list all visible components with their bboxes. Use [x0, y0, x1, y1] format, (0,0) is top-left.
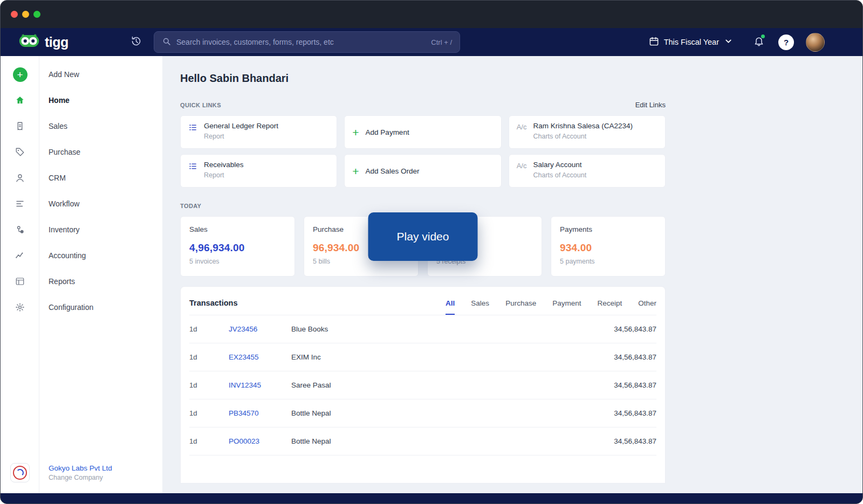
app-window: tigg Ctrl + /	[0, 0, 863, 504]
zoom-button[interactable]	[33, 11, 40, 18]
owl-logo-icon	[18, 33, 40, 51]
logo-text: tigg	[45, 34, 69, 50]
minimize-button[interactable]	[22, 11, 29, 18]
row-age: 1d	[189, 409, 229, 417]
report-icon	[188, 123, 197, 142]
user-avatar[interactable]	[806, 33, 825, 52]
transactions-title: Transactions	[189, 299, 237, 315]
app-logo[interactable]: tigg	[18, 33, 131, 51]
today-heading: TODAY	[180, 203, 201, 209]
row-age: 1d	[189, 325, 229, 333]
quick-link-general-ledger-report[interactable]: General Ledger Report Report	[180, 115, 337, 149]
trend-line-icon	[1, 251, 39, 260]
quick-link-receivables-report[interactable]: Receivables Report	[180, 154, 337, 188]
close-button[interactable]	[11, 11, 18, 18]
transactions-tabs: All Sales Purchase Payment Receipt Other	[446, 299, 656, 315]
plus-circle-icon: +	[1, 67, 39, 82]
plus-icon: +	[352, 165, 359, 177]
top-navbar: tigg Ctrl + /	[1, 28, 862, 56]
row-id-link[interactable]: INV12345	[229, 381, 291, 389]
quick-links-heading: QUICK LINKS	[180, 102, 221, 108]
quick-link-add-payment[interactable]: + Add Payment	[344, 115, 501, 149]
report-icon	[188, 162, 197, 181]
row-id-link[interactable]: EX23455	[229, 353, 291, 361]
list-lines-icon	[1, 199, 39, 209]
company-name-link[interactable]: Gokyo Labs Pvt Ltd	[49, 464, 112, 472]
tab-sales[interactable]: Sales	[471, 299, 489, 315]
notifications-button[interactable]	[754, 36, 764, 49]
row-name: Bottle Nepal	[291, 437, 614, 445]
sidebar-item-accounting[interactable]: Accounting	[1, 243, 162, 268]
row-id-link[interactable]: JV23456	[229, 325, 291, 333]
row-amount: 34,56,843.87	[614, 325, 656, 333]
history-button[interactable]	[131, 36, 142, 49]
table-row[interactable]: 1d EX23455 EXIM Inc 34,56,843.87	[189, 343, 656, 371]
table-row[interactable]: 1d INV12345 Saree Pasal 34,56,843.87	[189, 371, 656, 399]
row-age: 1d	[189, 353, 229, 361]
sidebar-item-purchase[interactable]: Purchase	[1, 139, 162, 165]
change-company-button[interactable]: Change Company	[49, 474, 112, 481]
sidebar-item-home[interactable]: Home	[1, 87, 162, 113]
quick-link-account-salary[interactable]: A/c Salary Account Charts of Account	[509, 154, 666, 188]
nodes-icon	[1, 225, 39, 234]
tab-payment[interactable]: Payment	[552, 299, 581, 315]
row-age: 1d	[189, 437, 229, 445]
sidebar-item-configuration[interactable]: Configuration	[1, 294, 162, 320]
sidebar-item-workflow[interactable]: Workflow	[1, 191, 162, 217]
row-name: EXIM Inc	[291, 353, 614, 361]
global-search: Ctrl + /	[154, 31, 460, 53]
sidebar: + Add New Home Sales	[1, 56, 162, 493]
sales-amount: 4,96,934.00	[189, 242, 286, 254]
bell-icon	[754, 39, 764, 48]
tab-purchase[interactable]: Purchase	[505, 299, 536, 315]
gear-icon	[1, 302, 39, 312]
sidebar-item-sales[interactable]: Sales	[1, 113, 162, 139]
edit-links-button[interactable]: Edit Links	[635, 101, 666, 109]
table-grid-icon	[1, 277, 39, 286]
fiscal-year-label: This Fiscal Year	[664, 38, 719, 46]
person-icon	[1, 173, 39, 183]
calendar-icon	[649, 36, 659, 48]
home-icon	[1, 95, 39, 105]
row-id-link[interactable]: PB34570	[229, 409, 291, 417]
play-video-button[interactable]: Play video	[368, 212, 478, 261]
plus-icon: +	[352, 127, 359, 138]
main-content: Hello Sabin Bhandari QUICK LINKS Edit Li…	[162, 56, 862, 493]
table-row[interactable]: 1d JV23456 Blue Books 34,56,843.87	[189, 315, 656, 343]
tab-other[interactable]: Other	[638, 299, 656, 315]
chevron-down-icon	[724, 37, 733, 47]
table-row[interactable]: 1d PB34570 Bottle Nepal 34,56,843.87	[189, 399, 656, 427]
quick-link-account-ram-krishna[interactable]: A/c Ram Krishna Salesa (CA2234) Charts o…	[509, 115, 666, 149]
search-icon	[162, 37, 171, 48]
help-button[interactable]: ?	[778, 34, 794, 50]
quick-link-add-sales-order[interactable]: + Add Sales Order	[344, 154, 501, 188]
page-title: Hello Sabin Bhandari	[180, 72, 666, 85]
sidebar-item-crm[interactable]: CRM	[1, 165, 162, 191]
tab-all[interactable]: All	[446, 299, 455, 315]
notification-dot	[761, 34, 765, 38]
search-shortcut: Ctrl + /	[431, 38, 452, 46]
search-input[interactable]	[176, 38, 426, 46]
row-name: Bottle Nepal	[291, 409, 614, 417]
window-chrome	[1, 1, 862, 28]
row-amount: 34,56,843.87	[614, 353, 656, 361]
company-logo	[10, 463, 30, 482]
sidebar-item-inventory[interactable]: Inventory	[1, 217, 162, 243]
stat-card-payments: Payments 934.00 5 payments	[551, 216, 666, 277]
table-row[interactable]: 1d PO00023 Bottle Nepal 34,56,843.87	[189, 427, 656, 455]
fiscal-year-selector[interactable]: This Fiscal Year	[649, 36, 733, 48]
question-mark-icon: ?	[784, 38, 789, 47]
history-clock-icon	[131, 36, 142, 49]
row-name: Saree Pasal	[291, 381, 614, 389]
sidebar-item-reports[interactable]: Reports	[1, 268, 162, 294]
payments-amount: 934.00	[560, 242, 656, 254]
stat-card-sales: Sales 4,96,934.00 5 invoices	[180, 216, 295, 277]
add-new-button[interactable]: + Add New	[1, 61, 162, 87]
tab-receipt[interactable]: Receipt	[597, 299, 622, 315]
row-id-link[interactable]: PO00023	[229, 437, 291, 445]
app-body: + Add New Home Sales	[1, 56, 862, 493]
add-new-label: Add New	[49, 70, 79, 79]
account-prefix: A/c	[517, 162, 527, 181]
navbar-right: This Fiscal Year ?	[649, 33, 825, 52]
price-tag-icon	[1, 147, 39, 157]
